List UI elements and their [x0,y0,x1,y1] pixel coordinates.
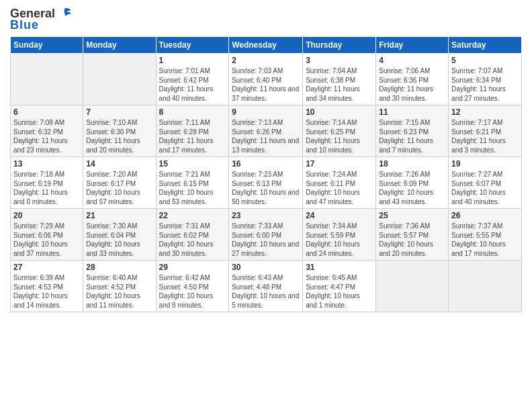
day-info: Sunrise: 7:24 AM Sunset: 6:11 PM Dayligh… [306,170,373,206]
day-number: 3 [306,56,373,65]
calendar-table: SundayMondayTuesdayWednesdayThursdayFrid… [10,36,522,312]
day-number: 16 [232,159,300,169]
logo-bird-icon [56,7,73,21]
day-number: 19 [451,159,519,169]
weekday-header-sunday: Sunday [11,37,83,54]
calendar-cell [449,261,522,312]
calendar-cell: 1Sunrise: 7:01 AM Sunset: 6:42 PM Daylig… [156,54,229,105]
calendar-cell: 10Sunrise: 7:14 AM Sunset: 6:25 PM Dayli… [303,105,376,157]
logo: General Blue [10,7,73,32]
day-info: Sunrise: 7:23 AM Sunset: 6:13 PM Dayligh… [232,170,300,206]
day-number: 29 [159,263,226,272]
calendar-cell: 5Sunrise: 7:07 AM Sunset: 6:34 PM Daylig… [449,54,522,105]
day-info: Sunrise: 7:26 AM Sunset: 6:09 PM Dayligh… [379,170,445,206]
week-row-2: 6Sunrise: 7:08 AM Sunset: 6:32 PM Daylig… [11,105,522,157]
week-row-5: 27Sunrise: 6:39 AM Sunset: 4:53 PM Dayli… [11,261,522,312]
day-info: Sunrise: 7:18 AM Sunset: 6:19 PM Dayligh… [13,170,80,206]
weekday-header-friday: Friday [376,37,449,54]
weekday-header-thursday: Thursday [303,37,376,54]
day-info: Sunrise: 7:07 AM Sunset: 6:34 PM Dayligh… [451,66,519,103]
calendar-cell: 26Sunrise: 7:37 AM Sunset: 5:55 PM Dayli… [449,209,522,261]
day-number: 10 [306,107,373,117]
day-number: 18 [379,159,445,169]
calendar-cell [11,54,83,105]
day-info: Sunrise: 7:33 AM Sunset: 6:00 PM Dayligh… [232,222,300,258]
day-info: Sunrise: 7:29 AM Sunset: 6:06 PM Dayligh… [13,222,80,258]
day-info: Sunrise: 7:17 AM Sunset: 6:21 PM Dayligh… [451,118,519,154]
calendar-cell: 18Sunrise: 7:26 AM Sunset: 6:09 PM Dayli… [376,157,449,209]
weekday-header-wednesday: Wednesday [229,37,303,54]
calendar-cell: 29Sunrise: 6:42 AM Sunset: 4:50 PM Dayli… [156,261,229,312]
day-number: 21 [86,211,152,220]
day-info: Sunrise: 6:40 AM Sunset: 4:52 PM Dayligh… [86,273,152,310]
day-number: 22 [159,211,226,220]
day-info: Sunrise: 7:15 AM Sunset: 6:23 PM Dayligh… [379,118,445,154]
day-info: Sunrise: 7:37 AM Sunset: 5:55 PM Dayligh… [451,222,519,258]
day-info: Sunrise: 7:01 AM Sunset: 6:42 PM Dayligh… [159,66,226,103]
calendar-cell: 12Sunrise: 7:17 AM Sunset: 6:21 PM Dayli… [449,105,522,157]
calendar-cell: 14Sunrise: 7:20 AM Sunset: 6:17 PM Dayli… [83,157,156,209]
calendar-cell: 22Sunrise: 7:31 AM Sunset: 6:02 PM Dayli… [156,209,229,261]
calendar-cell: 8Sunrise: 7:11 AM Sunset: 6:28 PM Daylig… [156,105,229,157]
day-info: Sunrise: 7:20 AM Sunset: 6:17 PM Dayligh… [86,170,152,206]
day-number: 9 [232,107,300,117]
day-number: 5 [451,56,519,65]
day-number: 1 [159,56,226,65]
day-number: 6 [13,107,80,117]
day-number: 7 [86,107,152,117]
calendar-cell: 21Sunrise: 7:30 AM Sunset: 6:04 PM Dayli… [83,209,156,261]
weekday-header-tuesday: Tuesday [156,37,229,54]
calendar-cell: 16Sunrise: 7:23 AM Sunset: 6:13 PM Dayli… [229,157,303,209]
day-number: 20 [13,211,80,220]
day-info: Sunrise: 7:30 AM Sunset: 6:04 PM Dayligh… [86,222,152,258]
day-number: 15 [159,159,226,169]
calendar-cell: 19Sunrise: 7:27 AM Sunset: 6:07 PM Dayli… [449,157,522,209]
day-number: 31 [306,263,373,272]
day-number: 8 [159,107,226,117]
week-row-3: 13Sunrise: 7:18 AM Sunset: 6:19 PM Dayli… [11,157,522,209]
day-number: 23 [232,211,300,220]
day-number: 25 [379,211,445,220]
day-number: 4 [379,56,445,65]
day-info: Sunrise: 7:13 AM Sunset: 6:26 PM Dayligh… [232,118,300,154]
day-number: 12 [451,107,519,117]
day-number: 26 [451,211,519,220]
day-info: Sunrise: 7:06 AM Sunset: 6:36 PM Dayligh… [379,66,445,103]
day-info: Sunrise: 7:10 AM Sunset: 6:30 PM Dayligh… [86,118,152,154]
calendar-cell: 31Sunrise: 6:45 AM Sunset: 4:47 PM Dayli… [303,261,376,312]
calendar-cell: 3Sunrise: 7:04 AM Sunset: 6:38 PM Daylig… [303,54,376,105]
day-number: 14 [86,159,152,169]
day-number: 27 [13,263,80,272]
day-info: Sunrise: 6:42 AM Sunset: 4:50 PM Dayligh… [159,273,226,310]
week-row-1: 1Sunrise: 7:01 AM Sunset: 6:42 PM Daylig… [11,54,522,105]
day-info: Sunrise: 6:39 AM Sunset: 4:53 PM Dayligh… [13,273,80,310]
calendar-cell: 25Sunrise: 7:36 AM Sunset: 5:57 PM Dayli… [376,209,449,261]
day-info: Sunrise: 7:34 AM Sunset: 5:59 PM Dayligh… [306,222,373,258]
day-info: Sunrise: 7:11 AM Sunset: 6:28 PM Dayligh… [159,118,226,154]
day-info: Sunrise: 7:21 AM Sunset: 6:15 PM Dayligh… [159,170,226,206]
calendar-cell: 27Sunrise: 6:39 AM Sunset: 4:53 PM Dayli… [11,261,83,312]
calendar-cell: 24Sunrise: 7:34 AM Sunset: 5:59 PM Dayli… [303,209,376,261]
day-number: 28 [86,263,152,272]
day-number: 24 [306,211,373,220]
day-info: Sunrise: 7:14 AM Sunset: 6:25 PM Dayligh… [306,118,373,154]
calendar-cell: 11Sunrise: 7:15 AM Sunset: 6:23 PM Dayli… [376,105,449,157]
calendar-cell: 4Sunrise: 7:06 AM Sunset: 6:36 PM Daylig… [376,54,449,105]
calendar-cell: 30Sunrise: 6:43 AM Sunset: 4:48 PM Dayli… [229,261,303,312]
calendar-cell: 17Sunrise: 7:24 AM Sunset: 6:11 PM Dayli… [303,157,376,209]
calendar-cell: 2Sunrise: 7:03 AM Sunset: 6:40 PM Daylig… [229,54,303,105]
calendar-cell: 28Sunrise: 6:40 AM Sunset: 4:52 PM Dayli… [83,261,156,312]
weekday-header-saturday: Saturday [449,37,522,54]
calendar-cell: 7Sunrise: 7:10 AM Sunset: 6:30 PM Daylig… [83,105,156,157]
week-row-4: 20Sunrise: 7:29 AM Sunset: 6:06 PM Dayli… [11,209,522,261]
day-number: 13 [13,159,80,169]
day-info: Sunrise: 7:27 AM Sunset: 6:07 PM Dayligh… [451,170,519,206]
day-number: 30 [232,263,300,272]
calendar-cell [376,261,449,312]
day-number: 17 [306,159,373,169]
weekday-header-monday: Monday [83,37,156,54]
calendar-cell [83,54,156,105]
day-number: 11 [379,107,445,117]
calendar-cell: 6Sunrise: 7:08 AM Sunset: 6:32 PM Daylig… [11,105,83,157]
logo-blue: Blue [10,18,39,32]
